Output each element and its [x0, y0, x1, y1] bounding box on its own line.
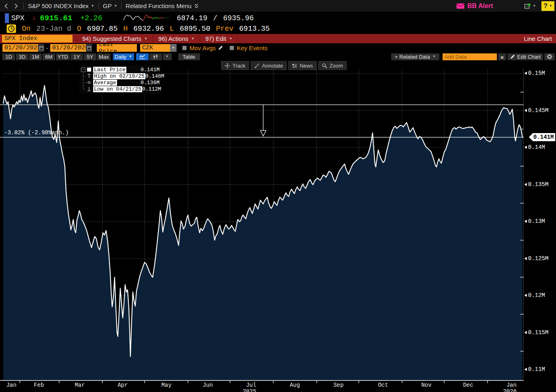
candlestick-chart-type-button[interactable]	[149, 53, 162, 60]
function-code: GP	[103, 2, 112, 9]
forward-button[interactable]	[12, 2, 19, 11]
price-line-chart[interactable]	[0, 69, 524, 392]
chevron-down-icon: ▼	[91, 4, 94, 8]
period-3d[interactable]: 3D	[16, 53, 28, 60]
period-1y[interactable]: 1Y	[70, 53, 83, 60]
line-chart-type-button[interactable]	[136, 53, 149, 60]
high-label: H	[123, 25, 128, 33]
x-axis-label: Oct	[378, 382, 388, 388]
price-tag-value: 0.141M	[533, 133, 555, 141]
calendar-icon[interactable]	[38, 44, 44, 52]
context-security-box[interactable]: SPX Index	[2, 35, 72, 42]
x-axis-label: Dec	[463, 382, 473, 388]
news-button[interactable]: News	[288, 61, 317, 70]
calendar-icon[interactable]	[86, 44, 92, 52]
y-axis-label: 0.145M	[524, 107, 548, 114]
related-data-button[interactable]: + Related Data ▼	[391, 53, 439, 60]
x-axis-label: Jun	[202, 382, 213, 388]
chart-type-more-dropdown[interactable]: ▼	[163, 53, 172, 60]
period-1d[interactable]: 1D	[2, 53, 15, 60]
x-axis-year-label: 2026	[503, 388, 517, 392]
related-functions-menu[interactable]: Related Functions Menu	[126, 2, 199, 9]
chevron-down-icon: ▼	[191, 37, 194, 40]
y-axis-label: 0.125M	[524, 255, 548, 262]
top-bar: S&P 500 INDEX Index ▼ GP ▼ Related Funct…	[0, 0, 556, 12]
period-bar: 1D3D1M6MYTD1Y5YMax Daily ▼ ▼ Table + Rel…	[0, 53, 556, 61]
legend-row[interactable]: −Last Price0.141M	[81, 66, 160, 73]
help-button[interactable]: ? ▼	[541, 1, 554, 11]
back-button[interactable]	[2, 2, 10, 11]
help-label: ?	[543, 2, 547, 10]
legend-label: High on 02/19/25	[93, 73, 145, 79]
table-button[interactable]: Table	[178, 53, 200, 60]
period-max[interactable]: Max	[97, 53, 111, 60]
y-axis-label: 0.14M	[524, 144, 545, 150]
y-axis-label: 0.15M	[524, 70, 545, 76]
period-1m[interactable]: 1M	[29, 53, 42, 60]
avg-marker-icon	[86, 80, 92, 85]
date-from-input[interactable]: 01/20/2025	[2, 44, 38, 52]
menu-item-edit[interactable]: 97) Edit▼	[200, 34, 238, 43]
double-chevron-down-icon	[194, 3, 199, 9]
bb-alert-button[interactable]: BB Alert	[456, 2, 493, 10]
legend-row[interactable]: Low on 04/21/250.112M	[81, 86, 160, 92]
mov-avgs-label: Mov Avgs	[190, 44, 216, 51]
legend-row[interactable]: High on 02/19/250.148M	[81, 73, 160, 79]
envelope-icon	[456, 3, 464, 9]
axis-tick-arrow-icon	[524, 257, 527, 260]
line-chart-icon	[139, 54, 145, 59]
function-selector[interactable]: GP ▼	[103, 2, 117, 9]
legend-label: Average	[93, 80, 117, 86]
clock-icon	[6, 24, 16, 33]
key-events-checkbox[interactable]	[230, 46, 234, 50]
price-field-select[interactable]: Last Price	[97, 44, 137, 52]
period-ytd[interactable]: YTD	[56, 53, 70, 60]
bid-ask-separator: /	[213, 14, 217, 22]
down-arrow-icon: ↓	[32, 14, 36, 22]
quote-row-primary: SPX ↓ 6915.61 +2.26 6874.19 / 6935.96	[0, 13, 556, 23]
security-color-tick	[5, 13, 9, 23]
security-selector[interactable]: S&P 500 INDEX Index ▼	[28, 2, 94, 9]
prev-label: Prev	[216, 25, 233, 33]
legend-value: 0.112M	[142, 86, 161, 92]
divider	[23, 2, 24, 9]
chart-legend[interactable]: −Last Price0.141MHigh on 02/19/250.148MA…	[79, 65, 161, 94]
chart-area[interactable]: Track Annotate News Zoom −Last Price0.14…	[0, 61, 556, 392]
pencil-icon[interactable]	[218, 45, 223, 51]
chevron-down-icon: ▼	[172, 47, 175, 50]
frequency-dropdown[interactable]: Daily ▼	[113, 53, 134, 60]
legend-tree-line	[81, 73, 86, 79]
period-5y[interactable]: 5Y	[84, 53, 96, 60]
currency-dropdown-button[interactable]: ▼	[170, 44, 177, 52]
chart-settings-button[interactable]	[544, 53, 555, 60]
add-data-input[interactable]	[443, 53, 497, 60]
price-change: +2.26	[80, 14, 102, 22]
zoom-button[interactable]: Zoom	[318, 61, 347, 70]
legend-value: 0.136M	[141, 80, 160, 86]
legend-value: 0.141M	[141, 67, 160, 73]
currency-select[interactable]: CZK	[140, 44, 170, 52]
legend-label: Low on 04/21/25	[93, 86, 142, 92]
open-price: 6907.85	[87, 25, 118, 33]
open-window-button[interactable]: ▼	[524, 3, 536, 9]
annotate-button[interactable]: Annotate	[251, 61, 287, 70]
period-6m[interactable]: 6M	[43, 53, 55, 60]
track-button[interactable]: Track	[221, 61, 249, 70]
menu-item-actions[interactable]: 96) Actions▼	[153, 34, 200, 43]
divider	[98, 2, 99, 9]
y-axis-label: 0.11M	[524, 366, 545, 373]
mov-avgs-checkbox[interactable]	[182, 46, 187, 50]
x-axis-label: Sep	[333, 382, 343, 388]
collapse-panel-button[interactable]: «	[498, 53, 506, 60]
legend-expander[interactable]: −	[81, 68, 85, 72]
date-to-input[interactable]: 01/26/2026	[50, 44, 86, 52]
high-price: 6932.96	[133, 25, 164, 33]
bloomberg-terminal: S&P 500 INDEX Index ▼ GP ▼ Related Funct…	[0, 0, 556, 392]
edit-chart-button[interactable]: Edit Chart	[507, 53, 543, 60]
axis-tick-arrow-icon	[524, 220, 527, 223]
legend-row[interactable]: Average0.136M	[81, 79, 160, 86]
axis-tick-arrow-icon	[524, 146, 527, 149]
chevron-right-icon	[14, 3, 18, 9]
related-functions-label: Related Functions Menu	[126, 2, 192, 9]
chart-settings-bar: 01/20/2025 - 01/26/2026 Last Price CZK ▼…	[0, 43, 556, 53]
